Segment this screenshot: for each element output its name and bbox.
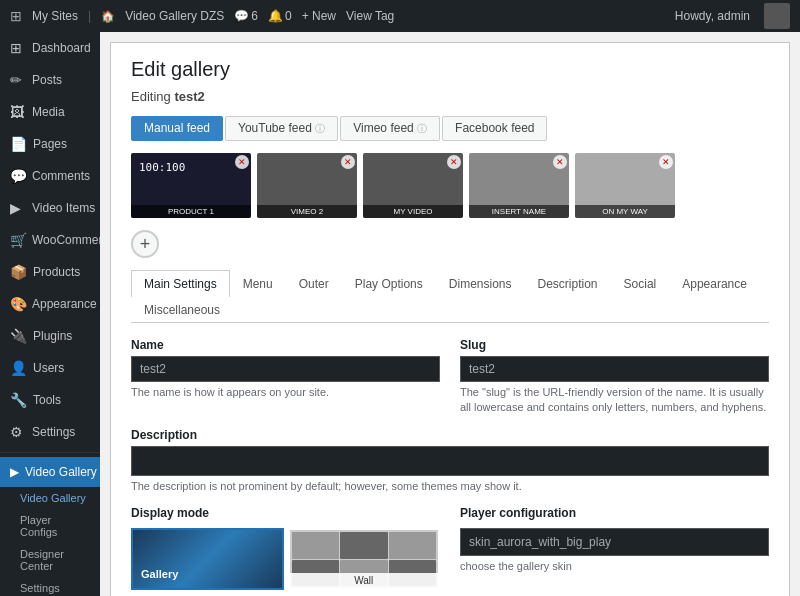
- display-option-gallery[interactable]: Gallery: [131, 528, 284, 590]
- name-input[interactable]: [131, 356, 440, 382]
- comments-link[interactable]: 💬 6: [234, 9, 258, 23]
- avatar: [764, 3, 790, 29]
- video-thumb-5[interactable]: ✕ ON MY WAY: [575, 153, 675, 218]
- sidebar-item-users[interactable]: 👤 Users: [0, 352, 100, 384]
- sidebar-item-tools[interactable]: 🔧 Tools: [0, 384, 100, 416]
- video-thumb-4-label: INSERT NAME: [469, 205, 569, 218]
- video-thumb-2-label: VIMEO 2: [257, 205, 357, 218]
- display-mode-grid: Gallery: [131, 528, 440, 596]
- sidebar-item-dashboard[interactable]: ⊞ Dashboard: [0, 32, 100, 64]
- gallery-name: test2: [174, 89, 204, 104]
- display-option-wall[interactable]: Wall: [288, 528, 441, 590]
- my-sites-link[interactable]: My Sites: [32, 9, 78, 23]
- feed-tab-vimeo[interactable]: Vimeo feed ⓘ: [340, 116, 440, 141]
- notifications-count: 0: [285, 9, 292, 23]
- sidebar-item-products[interactable]: 📦 Products: [0, 256, 100, 288]
- comments-count: 6: [251, 9, 258, 23]
- settings-tabs: Main Settings Menu Outer Play Options Di…: [131, 270, 769, 323]
- video-thumb-4[interactable]: ✕ INSERT NAME: [469, 153, 569, 218]
- video-thumb-2[interactable]: ✕ VIMEO 2: [257, 153, 357, 218]
- view-tag-link[interactable]: View Tag: [346, 9, 394, 23]
- description-hint: The description is not prominent by defa…: [131, 479, 769, 494]
- sidebar-label-posts: Posts: [32, 73, 62, 87]
- wall-option-label: Wall: [290, 573, 439, 588]
- remove-video-4-button[interactable]: ✕: [553, 155, 567, 169]
- sidebar-item-comments[interactable]: 💬 Comments: [0, 160, 100, 192]
- video-gallery-section: ▶ Video Gallery Video Gallery Player Con…: [0, 452, 100, 596]
- tab-social[interactable]: Social: [611, 270, 670, 297]
- slug-hint: The "slug" is the URL-friendly version o…: [460, 385, 769, 416]
- video-counter: 100:100: [139, 161, 185, 174]
- plugins-icon: 🔌: [10, 328, 27, 344]
- editing-label: Editing test2: [131, 89, 769, 104]
- posts-icon: ✏: [10, 72, 26, 88]
- settings-icon: ⚙: [10, 424, 26, 440]
- video-thumb-3[interactable]: ✕ MY VIDEO: [363, 153, 463, 218]
- name-hint: The name is how it appears on your site.: [131, 385, 440, 400]
- tab-appearance[interactable]: Appearance: [669, 270, 760, 297]
- users-icon: 👤: [10, 360, 27, 376]
- tab-miscellaneous[interactable]: Miscellaneous: [131, 296, 233, 323]
- comments-icon: 💬: [10, 168, 26, 184]
- video-thumb-1-label: PRODUCT 1: [131, 205, 251, 218]
- sidebar-item-plugins[interactable]: 🔌 Plugins: [0, 320, 100, 352]
- add-video-button[interactable]: +: [131, 230, 159, 258]
- description-input[interactable]: [131, 446, 769, 476]
- display-col: Display mode Gallery: [131, 506, 440, 596]
- feed-tab-manual[interactable]: Manual feed: [131, 116, 223, 141]
- sidebar-item-pages[interactable]: 📄 Pages: [0, 128, 100, 160]
- woo-icon: 🛒: [10, 232, 26, 248]
- tab-play-options[interactable]: Play Options: [342, 270, 436, 297]
- tab-description[interactable]: Description: [525, 270, 611, 297]
- sidebar-sub-settings[interactable]: Settings: [0, 577, 100, 596]
- remove-video-1-button[interactable]: ✕: [235, 155, 249, 169]
- tab-menu[interactable]: Menu: [230, 270, 286, 297]
- remove-video-5-button[interactable]: ✕: [659, 155, 673, 169]
- tab-main-settings[interactable]: Main Settings: [131, 270, 230, 297]
- sidebar: ⊞ Dashboard ✏ Posts 🖼 Media 📄 Pages 💬 Co…: [0, 32, 100, 596]
- plugin-name[interactable]: Video Gallery DZS: [125, 9, 224, 23]
- video-thumb-1[interactable]: ✕ PRODUCT 1 100:100: [131, 153, 251, 218]
- sidebar-item-posts[interactable]: ✏ Posts: [0, 64, 100, 96]
- comment-icon: 💬: [234, 9, 249, 23]
- tools-icon: 🔧: [10, 392, 27, 408]
- sidebar-item-woocommerce[interactable]: 🛒 WooCommerce: [0, 224, 100, 256]
- video-items-icon: ▶: [10, 200, 26, 216]
- sidebar-item-video-gallery[interactable]: ▶ Video Gallery: [0, 457, 100, 487]
- remove-video-2-button[interactable]: ✕: [341, 155, 355, 169]
- sidebar-sub-player-configs[interactable]: Player Configs: [0, 509, 100, 543]
- video-thumbnails-row: ✕ PRODUCT 1 100:100 ✕ VIMEO 2 ✕ MY VIDEO…: [131, 153, 769, 218]
- notifications-link[interactable]: 🔔 0: [268, 9, 292, 23]
- display-player-row: Display mode Gallery: [131, 506, 769, 596]
- sidebar-label-settings: Settings: [32, 425, 75, 439]
- sidebar-label-dashboard: Dashboard: [32, 41, 91, 55]
- appearance-icon: 🎨: [10, 296, 26, 312]
- slug-input[interactable]: [460, 356, 769, 382]
- remove-video-3-button[interactable]: ✕: [447, 155, 461, 169]
- sidebar-item-appearance[interactable]: 🎨 Appearance: [0, 288, 100, 320]
- player-config-input[interactable]: [460, 528, 769, 556]
- player-config-hint: choose the gallery skin: [460, 560, 769, 572]
- home-icon: 🏠: [101, 10, 115, 23]
- tab-outer[interactable]: Outer: [286, 270, 342, 297]
- separator-1: |: [88, 9, 91, 23]
- content-area: Edit gallery Editing test2 Manual feed Y…: [110, 42, 790, 596]
- description-label: Description: [131, 428, 769, 442]
- feed-tab-youtube[interactable]: YouTube feed ⓘ: [225, 116, 338, 141]
- top-bar: ⊞ My Sites | 🏠 Video Gallery DZS 💬 6 🔔 0…: [0, 0, 800, 32]
- sidebar-label-appearance: Appearance: [32, 297, 97, 311]
- sidebar-sub-video-gallery[interactable]: Video Gallery: [0, 487, 100, 509]
- sidebar-label-tools: Tools: [33, 393, 61, 407]
- feed-tab-facebook[interactable]: Facebook feed: [442, 116, 547, 141]
- sidebar-label-comments: Comments: [32, 169, 90, 183]
- sidebar-item-video-items[interactable]: ▶ Video Items: [0, 192, 100, 224]
- sidebar-item-media[interactable]: 🖼 Media: [0, 96, 100, 128]
- products-icon: 📦: [10, 264, 27, 280]
- new-content-link[interactable]: + New: [302, 9, 336, 23]
- sidebar-label-video-items: Video Items: [32, 201, 95, 215]
- tab-dimensions[interactable]: Dimensions: [436, 270, 525, 297]
- sidebar-item-settings[interactable]: ⚙ Settings: [0, 416, 100, 448]
- sidebar-label-users: Users: [33, 361, 64, 375]
- sidebar-sub-designer-center[interactable]: Designer Center: [0, 543, 100, 577]
- display-mode-label: Display mode: [131, 506, 440, 520]
